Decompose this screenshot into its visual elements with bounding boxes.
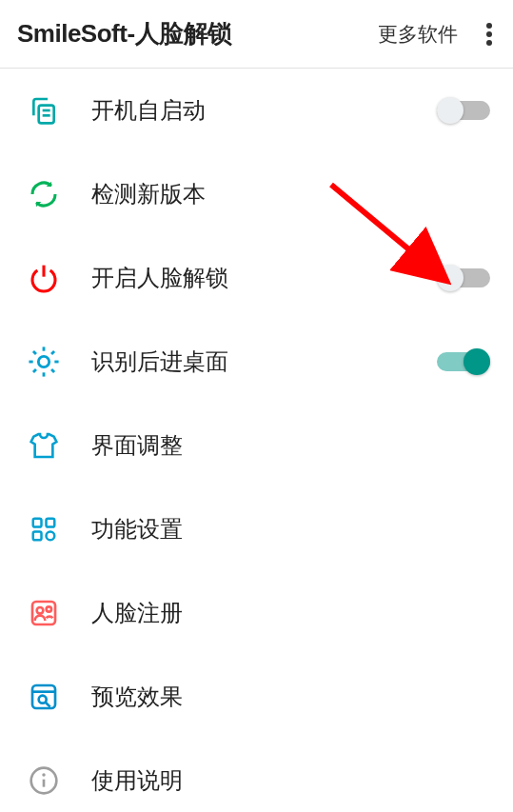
svg-point-0 bbox=[486, 23, 492, 29]
svg-line-14 bbox=[33, 369, 36, 372]
overflow-menu-icon[interactable] bbox=[481, 19, 498, 50]
svg-rect-16 bbox=[33, 519, 42, 527]
more-software-link[interactable]: 更多软件 bbox=[378, 21, 458, 48]
row-label: 使用说明 bbox=[91, 765, 490, 796]
shirt-icon bbox=[27, 428, 61, 463]
copy-icon bbox=[27, 93, 61, 128]
svg-point-19 bbox=[47, 532, 55, 541]
svg-point-21 bbox=[37, 607, 44, 614]
row-check-update[interactable]: 检测新版本 bbox=[0, 152, 513, 236]
row-autostart[interactable]: 开机自启动 bbox=[0, 69, 513, 152]
svg-rect-17 bbox=[47, 519, 55, 527]
svg-point-2 bbox=[486, 40, 492, 46]
row-label: 开机自启动 bbox=[91, 95, 437, 126]
svg-line-15 bbox=[51, 351, 54, 354]
row-ui-adjust[interactable]: 界面调整 bbox=[0, 404, 513, 487]
row-enable-face[interactable]: 开启人脸解锁 bbox=[0, 236, 513, 320]
app-title: SmileSoft-人脸解锁 bbox=[17, 17, 232, 50]
row-instructions[interactable]: 使用说明 bbox=[0, 739, 513, 812]
svg-line-10 bbox=[33, 351, 36, 354]
row-preview[interactable]: 预览效果 bbox=[0, 655, 513, 739]
svg-line-26 bbox=[46, 703, 50, 707]
row-label: 开启人脸解锁 bbox=[91, 263, 437, 293]
row-go-desktop[interactable]: 识别后进桌面 bbox=[0, 320, 513, 404]
toggle-autostart[interactable] bbox=[437, 97, 490, 124]
power-icon bbox=[27, 261, 61, 295]
svg-point-1 bbox=[486, 31, 492, 37]
row-face-reg[interactable]: 人脸注册 bbox=[0, 571, 513, 655]
grid-icon bbox=[27, 512, 61, 546]
svg-point-22 bbox=[47, 606, 51, 611]
row-label: 功能设置 bbox=[91, 514, 490, 545]
refresh-icon bbox=[27, 177, 61, 211]
settings-list: 开机自启动检测新版本开启人脸解锁识别后进桌面界面调整功能设置人脸注册预览效果使用… bbox=[0, 69, 513, 812]
row-label: 预览效果 bbox=[91, 682, 490, 712]
row-label: 人脸注册 bbox=[91, 598, 490, 628]
toggle-go-desktop[interactable] bbox=[437, 348, 490, 375]
info-icon bbox=[27, 763, 61, 798]
svg-rect-20 bbox=[32, 602, 55, 624]
row-label: 检测新版本 bbox=[91, 179, 490, 209]
row-features[interactable]: 功能设置 bbox=[0, 487, 513, 571]
topbar: SmileSoft-人脸解锁 更多软件 bbox=[0, 0, 513, 69]
preview-icon bbox=[27, 680, 61, 714]
row-label: 识别后进桌面 bbox=[91, 347, 437, 377]
svg-point-7 bbox=[38, 356, 49, 366]
svg-line-11 bbox=[51, 369, 54, 372]
topbar-right: 更多软件 bbox=[378, 19, 498, 50]
svg-rect-18 bbox=[33, 532, 42, 541]
svg-point-28 bbox=[42, 773, 45, 776]
svg-point-25 bbox=[39, 696, 47, 703]
row-label: 界面调整 bbox=[91, 430, 490, 461]
brightness-icon bbox=[27, 345, 61, 379]
toggle-enable-face[interactable] bbox=[437, 265, 490, 291]
users-icon bbox=[27, 596, 61, 630]
